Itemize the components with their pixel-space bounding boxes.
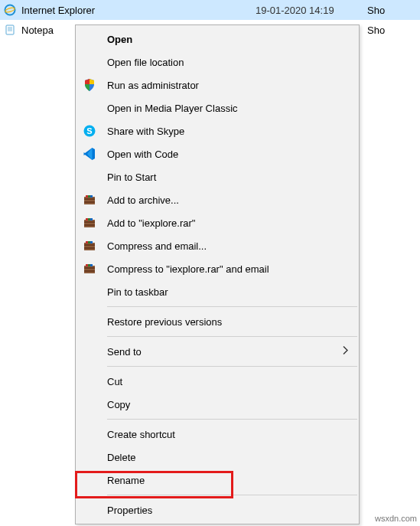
winrar-icon: [81, 237, 98, 254]
svg-rect-18: [84, 246, 95, 247]
menu-open[interactable]: Open: [77, 28, 358, 51]
menu-rename[interactable]: Rename: [77, 469, 358, 492]
menu-label: Pin to Start: [107, 172, 335, 183]
menu-label: Share with Skype: [107, 126, 335, 137]
file-name: Internet Explorer: [21, 5, 251, 16]
menu-cut[interactable]: Cut: [77, 370, 358, 393]
svg-text:S: S: [86, 126, 92, 136]
menu-compress-iexplore-email[interactable]: Compress to "iexplore.rar" and email: [77, 257, 358, 280]
menu-label: Delete: [107, 452, 335, 463]
blank-icon: [81, 54, 98, 70]
winrar-icon: [81, 260, 98, 277]
shield-icon: [81, 77, 98, 93]
blank-icon: [81, 472, 98, 488]
vscode-icon: [81, 145, 98, 162]
menu-properties[interactable]: Properties: [77, 498, 358, 521]
menu-send-to[interactable]: Send to: [77, 340, 358, 363]
menu-add-archive[interactable]: Add to archive...: [77, 188, 358, 211]
menu-run-as-admin[interactable]: Run as administrator: [77, 74, 358, 96]
menu-label: Create shortcut: [107, 429, 335, 440]
menu-label: Open with Code: [107, 149, 335, 160]
watermark: wsxdn.com: [375, 514, 417, 523]
menu-label: Open: [107, 34, 335, 45]
skype-icon: S: [81, 123, 98, 139]
menu-label: Pin to taskbar: [107, 286, 335, 298]
blank-icon: [81, 449, 98, 466]
file-type: Sho: [367, 25, 390, 36]
svg-rect-2: [6, 25, 14, 34]
menu-label: Open in Media Player Classic: [107, 103, 335, 114]
notepad-icon: [3, 23, 17, 37]
blank-icon: [81, 501, 98, 518]
menu-label: Compress to "iexplore.rar" and email: [107, 263, 335, 275]
menu-copy[interactable]: Copy: [77, 393, 358, 416]
svg-rect-11: [84, 203, 95, 204]
menu-share-skype[interactable]: S Share with Skype: [77, 119, 358, 142]
menu-label: Restore previous versions: [107, 316, 335, 328]
menu-label: Run as administrator: [107, 80, 335, 91]
blank-icon: [81, 373, 98, 390]
menu-delete[interactable]: Delete: [77, 446, 358, 469]
menu-pin-taskbar[interactable]: Pin to taskbar: [77, 280, 358, 303]
svg-rect-15: [84, 226, 95, 227]
svg-rect-22: [84, 269, 95, 270]
svg-rect-19: [84, 249, 95, 250]
menu-restore-previous[interactable]: Restore previous versions: [77, 310, 358, 333]
menu-add-iexplore-rar[interactable]: Add to "iexplore.rar": [77, 211, 358, 234]
menu-label: Rename: [107, 475, 335, 486]
file-type: Sho: [367, 5, 390, 16]
blank-icon: [81, 396, 98, 413]
file-date: 19-01-2020 14:19: [256, 5, 363, 16]
menu-label: Cut: [107, 376, 335, 387]
chevron-right-icon: [343, 346, 349, 358]
menu-separator: [107, 495, 357, 495]
menu-separator: [107, 306, 357, 307]
menu-label: Compress and email...: [107, 240, 335, 252]
blank-icon: [81, 313, 98, 330]
menu-open-mpc[interactable]: Open in Media Player Classic: [77, 96, 358, 119]
winrar-icon: [81, 191, 98, 208]
blank-icon: [81, 426, 98, 443]
menu-open-file-location[interactable]: Open file location: [77, 51, 358, 74]
blank-icon: [81, 343, 98, 360]
menu-label: Send to: [107, 346, 335, 358]
svg-rect-10: [84, 200, 95, 201]
menu-label: Open file location: [107, 57, 335, 68]
blank-icon: [81, 100, 98, 116]
menu-separator: [107, 366, 357, 367]
blank-icon: [81, 283, 98, 300]
blank-icon: [81, 168, 98, 185]
file-row-ie[interactable]: Internet Explorer 19-01-2020 14:19 Sho: [0, 0, 420, 20]
menu-label: Copy: [107, 399, 335, 410]
menu-separator: [107, 419, 357, 420]
menu-label: Add to archive...: [107, 194, 335, 206]
context-menu: Open Open file location Run as administr…: [75, 25, 360, 524]
menu-open-with-code[interactable]: Open with Code: [77, 142, 358, 165]
menu-separator: [107, 336, 357, 337]
blank-icon: [81, 31, 98, 47]
winrar-icon: [81, 214, 98, 231]
menu-label: Add to "iexplore.rar": [107, 217, 335, 229]
menu-label: Properties: [107, 505, 335, 516]
svg-rect-23: [84, 272, 95, 273]
menu-compress-email[interactable]: Compress and email...: [77, 234, 358, 257]
menu-pin-start[interactable]: Pin to Start: [77, 165, 358, 188]
menu-create-shortcut[interactable]: Create shortcut: [77, 423, 358, 446]
ie-icon: [3, 3, 17, 17]
svg-rect-14: [84, 223, 95, 224]
